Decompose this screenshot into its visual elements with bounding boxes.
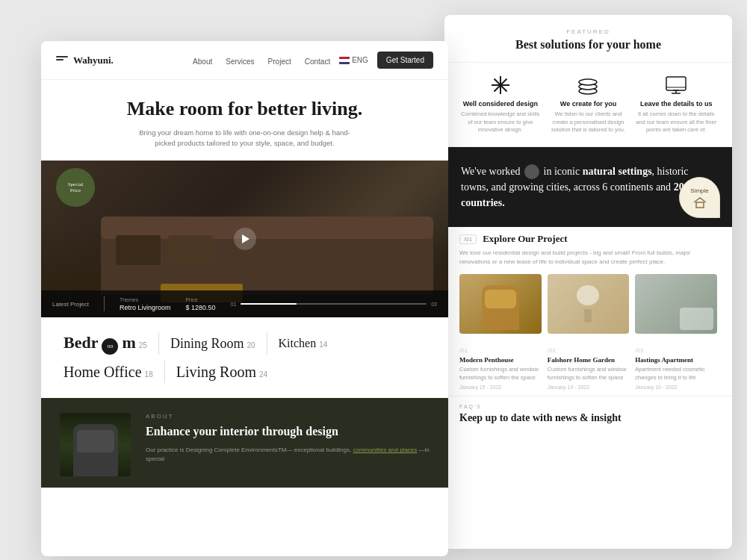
cat-kitchen-name: Kitchen bbox=[279, 337, 317, 350]
explore-section: /01 Explore Our Project We love our resi… bbox=[444, 227, 732, 268]
about-title: Enhance your interior through design bbox=[146, 424, 430, 440]
project-thumb-3[interactable] bbox=[635, 274, 717, 334]
cat-separator2 bbox=[267, 332, 267, 355]
proj-desc-1: Custom furnishings and window furnishing… bbox=[459, 366, 542, 382]
simple-badge-text: Simple bbox=[690, 187, 708, 195]
cat-bedroom-count: 25 bbox=[139, 341, 147, 349]
asterisk-icon bbox=[487, 75, 514, 96]
nav-contact[interactable]: Contact bbox=[305, 57, 330, 66]
feature-3-name: Leave the details to us bbox=[635, 100, 717, 108]
hero-title: Make room for better living. bbox=[71, 98, 418, 120]
dark-quote: We've worked in iconic natural settings,… bbox=[461, 164, 716, 211]
nav-project[interactable]: Project bbox=[268, 57, 291, 66]
project-card-2: /02 Falshore Home Garden Custom furnishi… bbox=[548, 347, 630, 390]
progress-bar[interactable] bbox=[241, 303, 427, 305]
about-image bbox=[60, 413, 131, 476]
cat-dining[interactable]: Dining Room 20 bbox=[170, 336, 255, 352]
cat-dining-count: 20 bbox=[247, 341, 255, 349]
proj-desc-2: Custom furnishings and window furnishing… bbox=[548, 366, 630, 382]
cat-homeoffice[interactable]: Home Office 18 bbox=[63, 364, 153, 381]
featured-header: FEATURED Best solutions for your home bbox=[444, 15, 732, 63]
nav-links: About Services Project Contact bbox=[193, 54, 330, 67]
proj-name-3: Hastings Apartment bbox=[635, 356, 717, 364]
hero-section: Make room for better living. Bring your … bbox=[41, 80, 448, 161]
svg-rect-7 bbox=[666, 77, 686, 90]
badge-line2: Price bbox=[70, 187, 81, 193]
special-price-badge: Special Price bbox=[56, 168, 95, 207]
chair-image-1 bbox=[459, 274, 542, 334]
dark-section: We've worked in iconic natural settings,… bbox=[444, 147, 732, 228]
language-label: ENG bbox=[352, 56, 368, 64]
cat-bedroom-name: Bedr bbox=[63, 333, 98, 352]
feature-considered-design: Well considered design Combined knowledg… bbox=[459, 75, 542, 134]
nav-about[interactable]: About bbox=[193, 57, 212, 66]
feature-2-name: We create for you bbox=[548, 100, 630, 108]
project-card-1: /01 Modern Penthouse Custom furnishings … bbox=[459, 347, 542, 390]
categories-section: Bedr oo m 25 Dining Room 20 Kitchen 14 bbox=[41, 317, 448, 398]
cat-kitchen-count: 14 bbox=[319, 340, 327, 349]
theme-value: Retro Livingroom bbox=[120, 304, 171, 311]
feature-1-desc: Combined knowledge and skills of our tea… bbox=[459, 111, 542, 134]
left-panel: Wahyuni. About Services Project Contact … bbox=[41, 41, 448, 556]
explore-number: /01 bbox=[459, 234, 477, 244]
divider bbox=[104, 296, 105, 311]
logo-icon bbox=[56, 56, 68, 65]
about-link[interactable]: communities and places bbox=[353, 447, 417, 453]
progress-fill bbox=[241, 303, 297, 305]
get-started-button[interactable]: Get Started bbox=[377, 52, 433, 69]
play-icon bbox=[242, 234, 249, 243]
globe-icon bbox=[524, 164, 539, 179]
about-text: ABOUT Enhance your interior through desi… bbox=[146, 413, 430, 464]
nav-language[interactable]: ENG bbox=[339, 56, 368, 64]
time-end: 03 bbox=[431, 302, 437, 307]
cat-livingroom-name: Living Room bbox=[176, 364, 256, 381]
cat-bedroom-name2: m bbox=[122, 333, 135, 352]
nav-services[interactable]: Services bbox=[226, 57, 254, 66]
explore-label: Explore Our Project bbox=[483, 233, 567, 245]
cat-kitchen[interactable]: Kitchen 14 bbox=[279, 337, 328, 350]
hero-image: Special Price Latest Project Themes Retr… bbox=[41, 161, 448, 317]
faq-label: FAQ'S bbox=[459, 404, 717, 409]
theme-label: Themes bbox=[120, 297, 171, 302]
right-panel: FEATURED Best solutions for your home We… bbox=[444, 15, 732, 549]
featured-label: FEATURED bbox=[463, 28, 713, 35]
flag-icon bbox=[339, 57, 350, 64]
theme-info: Themes Retro Livingroom bbox=[120, 297, 171, 311]
proj-num-3: /03 bbox=[635, 347, 717, 354]
progress-container: 01 03 bbox=[231, 302, 438, 307]
simple-badge: Simple bbox=[679, 177, 720, 218]
cat-bedroom[interactable]: Bedr oo m 25 bbox=[63, 333, 147, 355]
features-grid: Well considered design Combined knowledg… bbox=[444, 63, 732, 147]
project-card-3: /03 Hastings Apartment Apartment needed … bbox=[635, 347, 717, 390]
navbar: Wahyuni. About Services Project Contact … bbox=[41, 41, 448, 80]
cat-separator bbox=[158, 332, 159, 355]
stack-icon bbox=[574, 75, 601, 96]
latest-project-label: Latest Project bbox=[52, 301, 89, 308]
cat-livingroom[interactable]: Living Room 24 bbox=[176, 364, 267, 381]
price-label: Price bbox=[185, 297, 215, 302]
feature-2-desc: We listen to our clients and create a pe… bbox=[548, 111, 630, 134]
proj-name-1: Modern Penthouse bbox=[459, 356, 542, 364]
about-section: ABOUT Enhance your interior through desi… bbox=[41, 398, 448, 488]
featured-title: Best solutions for your home bbox=[463, 38, 713, 52]
cat-dining-name: Dining Room bbox=[170, 336, 244, 352]
play-button[interactable] bbox=[234, 228, 256, 250]
price-info: Price $ 1280.50 bbox=[185, 297, 215, 311]
hero-subtitle: Bring your dream home to life with one-o… bbox=[133, 128, 357, 149]
logo: Wahyuni. bbox=[56, 55, 114, 66]
time-start: 01 bbox=[231, 302, 237, 307]
proj-desc-3: Apartment needed cosmetic changes to bri… bbox=[635, 366, 717, 382]
page-wrapper: Wahyuni. About Services Project Contact … bbox=[0, 0, 747, 560]
feature-3-desc: It all comes down to the details and our… bbox=[635, 111, 717, 134]
cat-separator3 bbox=[164, 361, 165, 383]
svg-rect-12 bbox=[696, 202, 704, 208]
svg-point-6 bbox=[579, 79, 597, 85]
logo-text: Wahyuni. bbox=[73, 55, 114, 66]
about-label: ABOUT bbox=[146, 413, 430, 420]
proj-num-1: /01 bbox=[459, 347, 542, 354]
cat-livingroom-count: 24 bbox=[259, 370, 267, 379]
proj-name-2: Falshore Home Garden bbox=[548, 356, 630, 364]
proj-date-3: January 10 - 2022 bbox=[635, 385, 717, 390]
project-thumb-1[interactable] bbox=[459, 274, 542, 334]
project-thumb-2[interactable] bbox=[548, 274, 630, 334]
